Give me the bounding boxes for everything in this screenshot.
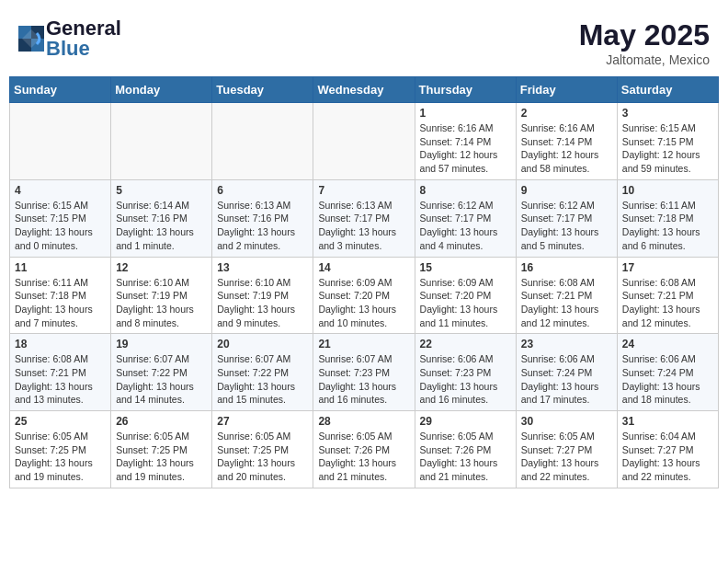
location: Jaltomate, Mexico: [579, 52, 710, 67]
calendar-cell: 4Sunrise: 6:15 AM Sunset: 7:15 PM Daylig…: [10, 179, 111, 257]
calendar-cell: 18Sunrise: 6:08 AM Sunset: 7:21 PM Dayli…: [10, 334, 111, 411]
day-info: Sunrise: 6:05 AM Sunset: 7:26 PM Dayligh…: [318, 430, 409, 484]
day-number: 26: [116, 415, 207, 428]
calendar-cell: 28Sunrise: 6:05 AM Sunset: 7:26 PM Dayli…: [313, 411, 415, 488]
calendar-cell: 2Sunrise: 6:16 AM Sunset: 7:14 PM Daylig…: [516, 103, 617, 180]
weekday-header-sunday: Sunday: [10, 77, 111, 103]
calendar-cell: 26Sunrise: 6:05 AM Sunset: 7:25 PM Dayli…: [111, 411, 212, 488]
day-number: 20: [217, 338, 308, 350]
calendar-cell: 1Sunrise: 6:16 AM Sunset: 7:14 PM Daylig…: [415, 103, 516, 180]
day-info: Sunrise: 6:11 AM Sunset: 7:18 PM Dayligh…: [622, 199, 713, 253]
day-info: Sunrise: 6:14 AM Sunset: 7:16 PM Dayligh…: [116, 199, 207, 253]
day-number: 6: [217, 184, 308, 197]
day-info: Sunrise: 6:12 AM Sunset: 7:17 PM Dayligh…: [420, 199, 511, 253]
day-number: 9: [521, 184, 612, 197]
day-info: Sunrise: 6:07 AM Sunset: 7:22 PM Dayligh…: [217, 352, 308, 407]
day-info: Sunrise: 6:16 AM Sunset: 7:14 PM Dayligh…: [420, 121, 511, 176]
day-info: Sunrise: 6:08 AM Sunset: 7:21 PM Dayligh…: [15, 352, 106, 407]
day-number: 23: [521, 338, 612, 350]
day-info: Sunrise: 6:05 AM Sunset: 7:26 PM Dayligh…: [420, 430, 511, 484]
day-number: 2: [521, 107, 612, 120]
title-block: May 2025 Jaltomate, Mexico: [579, 18, 710, 67]
day-number: 21: [318, 338, 409, 350]
day-number: 25: [15, 415, 106, 428]
calendar-week-1: 1Sunrise: 6:16 AM Sunset: 7:14 PM Daylig…: [10, 103, 719, 180]
calendar-cell: 9Sunrise: 6:12 AM Sunset: 7:17 PM Daylig…: [516, 179, 617, 257]
calendar-cell: 15Sunrise: 6:09 AM Sunset: 7:20 PM Dayli…: [415, 257, 516, 334]
day-info: Sunrise: 6:08 AM Sunset: 7:21 PM Dayligh…: [622, 276, 713, 330]
calendar-cell: 8Sunrise: 6:12 AM Sunset: 7:17 PM Daylig…: [415, 179, 516, 257]
calendar-cell: 14Sunrise: 6:09 AM Sunset: 7:20 PM Dayli…: [313, 257, 415, 334]
day-number: 5: [116, 184, 207, 197]
day-number: 22: [420, 338, 511, 350]
calendar-week-5: 25Sunrise: 6:05 AM Sunset: 7:25 PM Dayli…: [10, 411, 719, 488]
calendar-table: SundayMondayTuesdayWednesdayThursdayFrid…: [9, 76, 719, 488]
day-info: Sunrise: 6:10 AM Sunset: 7:19 PM Dayligh…: [217, 276, 308, 330]
day-info: Sunrise: 6:05 AM Sunset: 7:25 PM Dayligh…: [15, 430, 106, 484]
calendar-cell: [111, 103, 212, 180]
logo: General Blue: [18, 18, 121, 59]
logo-blue: Blue: [46, 37, 90, 60]
day-number: 14: [318, 261, 409, 274]
day-number: 28: [318, 415, 409, 428]
day-number: 17: [622, 261, 713, 274]
calendar-cell: 24Sunrise: 6:06 AM Sunset: 7:24 PM Dayli…: [617, 334, 718, 411]
calendar-week-2: 4Sunrise: 6:15 AM Sunset: 7:15 PM Daylig…: [10, 179, 719, 257]
page-header: General Blue May 2025 Jaltomate, Mexico: [9, 9, 719, 72]
calendar-cell: 17Sunrise: 6:08 AM Sunset: 7:21 PM Dayli…: [617, 257, 718, 334]
day-number: 3: [622, 107, 713, 120]
calendar-cell: 19Sunrise: 6:07 AM Sunset: 7:22 PM Dayli…: [111, 334, 212, 411]
day-info: Sunrise: 6:13 AM Sunset: 7:16 PM Dayligh…: [217, 199, 308, 253]
calendar-cell: 27Sunrise: 6:05 AM Sunset: 7:25 PM Dayli…: [212, 411, 313, 488]
day-info: Sunrise: 6:07 AM Sunset: 7:23 PM Dayligh…: [318, 352, 409, 407]
calendar-cell: 16Sunrise: 6:08 AM Sunset: 7:21 PM Dayli…: [516, 257, 617, 334]
weekday-header-saturday: Saturday: [617, 77, 718, 103]
logo-text: General Blue: [46, 18, 121, 59]
weekday-header-wednesday: Wednesday: [313, 77, 415, 103]
calendar-cell: 12Sunrise: 6:10 AM Sunset: 7:19 PM Dayli…: [111, 257, 212, 334]
day-number: 18: [15, 338, 106, 350]
day-info: Sunrise: 6:07 AM Sunset: 7:22 PM Dayligh…: [116, 352, 207, 407]
day-info: Sunrise: 6:16 AM Sunset: 7:14 PM Dayligh…: [521, 121, 612, 176]
day-number: 10: [622, 184, 713, 197]
day-info: Sunrise: 6:09 AM Sunset: 7:20 PM Dayligh…: [420, 276, 511, 330]
day-number: 4: [15, 184, 106, 197]
day-info: Sunrise: 6:15 AM Sunset: 7:15 PM Dayligh…: [622, 121, 713, 176]
calendar-cell: [10, 103, 111, 180]
calendar-cell: 25Sunrise: 6:05 AM Sunset: 7:25 PM Dayli…: [10, 411, 111, 488]
calendar-cell: 31Sunrise: 6:04 AM Sunset: 7:27 PM Dayli…: [617, 411, 718, 488]
calendar-week-3: 11Sunrise: 6:11 AM Sunset: 7:18 PM Dayli…: [10, 257, 719, 334]
day-number: 16: [521, 261, 612, 274]
calendar-week-4: 18Sunrise: 6:08 AM Sunset: 7:21 PM Dayli…: [10, 334, 719, 411]
day-info: Sunrise: 6:06 AM Sunset: 7:24 PM Dayligh…: [622, 352, 713, 407]
day-number: 12: [116, 261, 207, 274]
calendar-cell: 7Sunrise: 6:13 AM Sunset: 7:17 PM Daylig…: [313, 179, 415, 257]
calendar-cell: [313, 103, 415, 180]
day-number: 1: [420, 107, 511, 120]
day-info: Sunrise: 6:05 AM Sunset: 7:25 PM Dayligh…: [116, 430, 207, 484]
day-number: 31: [622, 415, 713, 428]
calendar-cell: 13Sunrise: 6:10 AM Sunset: 7:19 PM Dayli…: [212, 257, 313, 334]
day-info: Sunrise: 6:10 AM Sunset: 7:19 PM Dayligh…: [116, 276, 207, 330]
weekday-header-monday: Monday: [111, 77, 212, 103]
day-number: 19: [116, 338, 207, 350]
calendar-cell: 6Sunrise: 6:13 AM Sunset: 7:16 PM Daylig…: [212, 179, 313, 257]
logo-icon: [18, 26, 44, 52]
day-number: 15: [420, 261, 511, 274]
day-info: Sunrise: 6:06 AM Sunset: 7:24 PM Dayligh…: [521, 352, 612, 407]
day-number: 7: [318, 184, 409, 197]
day-info: Sunrise: 6:15 AM Sunset: 7:15 PM Dayligh…: [15, 199, 106, 253]
day-info: Sunrise: 6:13 AM Sunset: 7:17 PM Dayligh…: [318, 199, 409, 253]
calendar-cell: 10Sunrise: 6:11 AM Sunset: 7:18 PM Dayli…: [617, 179, 718, 257]
weekday-header-tuesday: Tuesday: [212, 77, 313, 103]
calendar-cell: 5Sunrise: 6:14 AM Sunset: 7:16 PM Daylig…: [111, 179, 212, 257]
day-info: Sunrise: 6:12 AM Sunset: 7:17 PM Dayligh…: [521, 199, 612, 253]
calendar-cell: 21Sunrise: 6:07 AM Sunset: 7:23 PM Dayli…: [313, 334, 415, 411]
calendar-cell: 11Sunrise: 6:11 AM Sunset: 7:18 PM Dayli…: [10, 257, 111, 334]
calendar-cell: 29Sunrise: 6:05 AM Sunset: 7:26 PM Dayli…: [415, 411, 516, 488]
calendar-cell: [212, 103, 313, 180]
calendar-cell: 20Sunrise: 6:07 AM Sunset: 7:22 PM Dayli…: [212, 334, 313, 411]
day-info: Sunrise: 6:11 AM Sunset: 7:18 PM Dayligh…: [15, 276, 106, 330]
day-info: Sunrise: 6:05 AM Sunset: 7:27 PM Dayligh…: [521, 430, 612, 484]
calendar-cell: 22Sunrise: 6:06 AM Sunset: 7:23 PM Dayli…: [415, 334, 516, 411]
